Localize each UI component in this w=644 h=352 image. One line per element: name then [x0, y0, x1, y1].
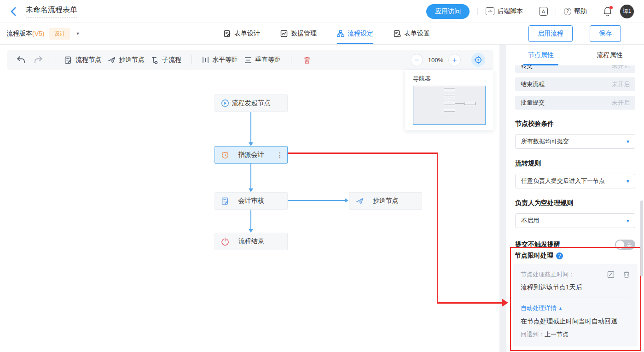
- add-subflow-button[interactable]: 子流程: [151, 56, 181, 64]
- tab-form-design[interactable]: 表单设计: [224, 23, 260, 44]
- status-badge: 未开启: [612, 99, 630, 107]
- backend-script-button[interactable]: </> 后端脚本: [486, 7, 523, 16]
- add-flow-node-button[interactable]: 流程节点: [64, 56, 101, 64]
- navigator-minimap[interactable]: [413, 86, 486, 125]
- auto-detail-text: 在节点处理截止时间当时自动回退: [521, 317, 630, 326]
- tab-flow-properties[interactable]: 流程属性: [575, 45, 644, 65]
- divider: [191, 55, 192, 65]
- form-settings-icon: [394, 30, 401, 37]
- node-start[interactable]: 流程发起节点: [215, 94, 288, 112]
- flow-settings-icon: [337, 30, 344, 37]
- trash-icon[interactable]: [623, 271, 630, 278]
- flow-rule-select[interactable]: 任意负责人提交后进入下一节点 ▼: [515, 174, 635, 188]
- rollback-label: 回退到：: [521, 331, 545, 338]
- edit-icon[interactable]: [607, 271, 615, 278]
- divider: [521, 298, 630, 298]
- node-assign-accountant[interactable]: 指派会计 ⋮: [215, 146, 288, 164]
- row-end-flow[interactable]: 结束流程 未开启: [515, 77, 635, 91]
- connector-arrow: [249, 188, 253, 192]
- back-chevron-icon: [10, 6, 17, 17]
- form-edit-icon: [221, 197, 229, 205]
- notification-dot: [609, 6, 613, 9]
- data-management-icon: [280, 30, 288, 37]
- version-caret-icon[interactable]: ▼: [75, 31, 80, 36]
- tab-form-settings[interactable]: 表单设置: [394, 23, 430, 44]
- zoom-out-button[interactable]: −: [411, 54, 423, 66]
- validation-label: 节点校验条件: [515, 120, 635, 128]
- flow-rule-label: 流转规则: [515, 159, 635, 168]
- enable-flow-button[interactable]: 启用流程: [528, 25, 573, 42]
- help-button[interactable]: ? 帮助: [564, 7, 587, 16]
- minimap-node: [444, 109, 455, 112]
- node-cc[interactable]: 抄送节点: [349, 192, 422, 210]
- time-limit-card: 节点处理截止时间： 流程到达该节点1天后 自动处理详情 ▲ 在节点处理截止时间当…: [513, 264, 638, 346]
- node-accountant-review[interactable]: 会计审核: [215, 192, 288, 210]
- status-badge: 未开启: [612, 80, 630, 88]
- vertical-distribute-button[interactable]: 垂直等距: [244, 56, 281, 64]
- divider: [54, 55, 54, 65]
- fit-view-button[interactable]: [471, 53, 485, 67]
- validation-select[interactable]: 所有数据均可提交 ▼: [515, 134, 635, 149]
- minimap-node: [444, 102, 455, 105]
- connector-arrow: [249, 229, 253, 233]
- undo-button[interactable]: [15, 54, 26, 65]
- panel-scrollbar[interactable]: [640, 200, 643, 276]
- annotation-arrowhead: [502, 299, 508, 307]
- save-button[interactable]: 保存: [590, 25, 621, 42]
- power-icon: [221, 237, 229, 246]
- horizontal-distribute-button[interactable]: 水平等距: [202, 56, 238, 64]
- row-batch-submit[interactable]: 批量提交 未开启: [515, 96, 635, 110]
- flow-canvas[interactable]: 流程节点 抄送节点 子流程 水平等距 垂直等距: [0, 45, 499, 352]
- minimap-node: [464, 102, 476, 105]
- divider: [531, 8, 531, 15]
- connector-arrow: [345, 198, 348, 203]
- row-transfer[interactable]: 转交 未开启: [515, 65, 635, 73]
- undo-icon: [17, 56, 25, 64]
- divider: [595, 8, 595, 15]
- node-menu-button[interactable]: ⋮: [277, 151, 283, 158]
- paper-plane-icon: [355, 197, 364, 205]
- annotation-line: [288, 153, 438, 154]
- help-icon[interactable]: ?: [556, 252, 563, 259]
- help-label: 帮助: [574, 7, 587, 16]
- reference-icon[interactable]: A: [539, 7, 548, 16]
- main-tabs: 表单设计 数据管理 流程设定 表单设置: [224, 23, 430, 44]
- flow-node-icon: [64, 56, 72, 64]
- back-button[interactable]: [7, 6, 19, 18]
- empty-owner-rule-select[interactable]: 不启用 ▼: [515, 213, 635, 228]
- zoom-in-button[interactable]: +: [448, 54, 461, 66]
- sub-header: 流程版本 (V5) 设计 ▼ 表单设计 数据管理 流程设定 表单设置 启用流程: [0, 23, 644, 45]
- trash-icon: [303, 56, 311, 64]
- question-icon: ?: [564, 8, 571, 15]
- redo-button[interactable]: [33, 54, 44, 65]
- tab-flow-settings[interactable]: 流程设定: [337, 23, 373, 44]
- deadline-value: 流程到达该节点1天后: [521, 283, 630, 292]
- panel-tabs: 节点属性 流程属性: [506, 45, 644, 65]
- chevron-down-icon: ▼: [621, 179, 635, 184]
- time-limit-section: 节点限时处理 ? 节点处理截止时间： 流程到达该节点1天后 自动处理详情: [510, 247, 641, 351]
- annotation-line: [437, 302, 502, 304]
- tab-node-properties[interactable]: 节点属性: [506, 45, 575, 65]
- delete-button[interactable]: [302, 54, 313, 65]
- backend-script-label: 后端脚本: [497, 7, 523, 16]
- tab-data-management[interactable]: 数据管理: [280, 23, 317, 44]
- avatar[interactable]: 谭1: [620, 5, 634, 18]
- properties-panel: 节点属性 流程属性 转交 未开启 结束流程 未开启 批量提交 未开启 节点校验条…: [506, 45, 644, 352]
- rollback-value: 上一节点: [545, 331, 569, 338]
- chevron-down-icon: ▼: [621, 218, 635, 223]
- navigator-panel: 导航器: [405, 70, 493, 130]
- divider: [477, 8, 478, 15]
- annotation-line: [437, 153, 438, 304]
- node-end[interactable]: 流程结束: [215, 233, 288, 250]
- add-cc-node-button[interactable]: 抄送节点: [108, 56, 145, 64]
- code-icon: </>: [486, 7, 494, 15]
- minimap-line: [455, 103, 464, 104]
- paper-plane-icon: [108, 56, 116, 64]
- divider: [556, 8, 556, 15]
- horizontal-distribute-icon: [202, 56, 209, 64]
- auto-detail-link[interactable]: 自动处理详情 ▲: [521, 304, 563, 312]
- app-window: 未命名流程表单 应用访问 </> 后端脚本 A ? 帮助 谭1 流程版本: [0, 0, 644, 352]
- notification-bell-button[interactable]: [603, 6, 612, 17]
- app-access-button[interactable]: 应用访问: [426, 4, 470, 19]
- form-design-icon: [224, 30, 231, 37]
